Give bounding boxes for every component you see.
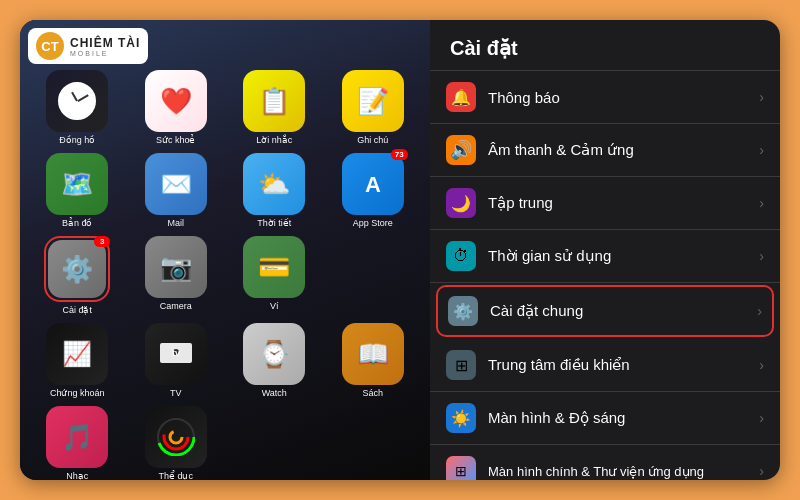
maninh-label: Màn hình & Độ sáng (488, 409, 759, 427)
app-camera-label: Camera (160, 301, 192, 311)
app-theduc[interactable]: Thể dục (129, 406, 224, 480)
clock-minute-hand (77, 94, 88, 101)
settings-list: 🔔 Thông báo › 🔊 Âm thanh & Cảm ứng › 🌙 T… (430, 71, 780, 480)
app-camera[interactable]: 📷 Camera (129, 236, 224, 315)
trungtam-chevron: › (759, 357, 764, 373)
logo-name: CHIÊM TÀI (70, 36, 140, 50)
ghichu-icon: 📝 (357, 86, 389, 117)
logo-text: CHIÊM TÀI MOBILE (70, 36, 140, 57)
app-tv[interactable]: tv TV (129, 323, 224, 398)
app-thoitiet-label: Thời tiết (257, 218, 291, 228)
taptrung-label: Tập trung (488, 194, 759, 212)
sach-icon: 📖 (357, 339, 389, 370)
caidatchung-icon: ⚙️ (448, 296, 478, 326)
appstore-badge: 73 (391, 149, 408, 160)
app-theduc-label: Thể dục (158, 471, 193, 480)
logo-sub: MOBILE (70, 50, 140, 57)
thoigian-chevron: › (759, 248, 764, 264)
camera-icon: 📷 (160, 252, 192, 283)
settings-item-maninh[interactable]: ☀️ Màn hình & Độ sáng › (430, 392, 780, 445)
app-mail-label: Mail (167, 218, 184, 228)
settings-item-manhinh2[interactable]: ⊞ Màn hình chính & Thư viện ứng dụng › (430, 445, 780, 480)
manhinh2-chevron: › (759, 463, 764, 479)
activity-icon (157, 418, 195, 456)
thoigian-icon: ⏱ (446, 241, 476, 271)
watch-icon: ⌚ (258, 339, 290, 370)
thongbao-icon: 🔔 (446, 82, 476, 112)
app-caidat[interactable]: ⚙️ 3 Cài đặt (30, 236, 125, 315)
app-watch[interactable]: ⌚ Watch (227, 323, 322, 398)
app-loinhan[interactable]: 📋 Lời nhắc (227, 70, 322, 145)
app-watch-label: Watch (262, 388, 287, 398)
clock-face (58, 82, 96, 120)
settings-panel: Cài đặt 🔔 Thông báo › 🔊 Âm thanh & Cảm ứ… (430, 20, 780, 480)
appletv-icon: tv (158, 341, 194, 367)
app-caidat-label: Cài đặt (62, 305, 92, 315)
settings-item-amthanh[interactable]: 🔊 Âm thanh & Cảm ứng › (430, 124, 780, 177)
app-nhac[interactable]: 🎵 Nhạc (30, 406, 125, 480)
app-bando-label: Bản đồ (62, 218, 93, 228)
app-vi-label: Ví (270, 301, 279, 311)
settings-item-taptrung[interactable]: 🌙 Tập trung › (430, 177, 780, 230)
app-loinhan-label: Lời nhắc (256, 135, 292, 145)
loinhan-icon: 📋 (258, 86, 290, 117)
amthanh-icon: 🔊 (446, 135, 476, 165)
logo-icon: CT (36, 32, 64, 60)
app-appstore[interactable]: A 73 App Store (326, 153, 421, 228)
app-suckoe-label: Sức khoẻ (156, 135, 196, 145)
chungkhoan-icon: 📈 (62, 340, 92, 368)
app-chungkhoan[interactable]: 📈 Chứng khoán (30, 323, 125, 398)
svg-text:tv: tv (172, 348, 180, 358)
app-chungkhoan-label: Chứng khoán (50, 388, 105, 398)
thongbao-label: Thông báo (488, 89, 759, 106)
manhinh2-label: Màn hình chính & Thư viện ứng dụng (488, 464, 759, 479)
thongbao-chevron: › (759, 89, 764, 105)
settings-item-trungtam[interactable]: ⊞ Trung tâm điều khiển › (430, 339, 780, 392)
app-grid: Đồng hồ ❤️ Sức khoẻ 📋 Lời nhắc 📝 Ghi chú (30, 70, 420, 480)
app-ghichu-label: Ghi chú (357, 135, 388, 145)
vi-icon: 💳 (258, 252, 290, 283)
app-appstore-label: App Store (353, 218, 393, 228)
bando-icon: 🗺️ (61, 169, 93, 200)
settings-item-thoigian[interactable]: ⏱ Thời gian sử dụng › (430, 230, 780, 283)
main-container: CT CHIÊM TÀI MOBILE Đồng hồ ❤️ (20, 20, 780, 480)
app-sach[interactable]: 📖 Sách (326, 323, 421, 398)
amthanh-label: Âm thanh & Cảm ứng (488, 141, 759, 159)
settings-item-caidatchung[interactable]: ⚙️ Cài đặt chung › (436, 285, 774, 337)
caidat-icon: ⚙️ (61, 254, 93, 285)
taptrung-icon: 🌙 (446, 188, 476, 218)
app-bando[interactable]: 🗺️ Bản đồ (30, 153, 125, 228)
thoitiet-icon: ⛅ (258, 169, 290, 200)
app-mail[interactable]: ✉️ Mail (129, 153, 224, 228)
iphone-screen: CT CHIÊM TÀI MOBILE Đồng hồ ❤️ (20, 20, 430, 480)
caidatchung-label: Cài đặt chung (490, 302, 757, 320)
amthanh-chevron: › (759, 142, 764, 158)
app-ghichu[interactable]: 📝 Ghi chú (326, 70, 421, 145)
mail-icon: ✉️ (160, 169, 192, 200)
app-dongho[interactable]: Đồng hồ (30, 70, 125, 145)
app-suckoe[interactable]: ❤️ Sức khoẻ (129, 70, 224, 145)
settings-item-thongbao[interactable]: 🔔 Thông báo › (430, 71, 780, 124)
app-vi[interactable]: 💳 Ví (227, 236, 322, 315)
app-dongho-label: Đồng hồ (59, 135, 95, 145)
trungtam-icon: ⊞ (446, 350, 476, 380)
app-thoitiet[interactable]: ⛅ Thời tiết (227, 153, 322, 228)
maninh-icon: ☀️ (446, 403, 476, 433)
suckoe-icon: ❤️ (160, 86, 192, 117)
app-sach-label: Sách (362, 388, 383, 398)
app-nhac-label: Nhạc (66, 471, 88, 480)
caidatchung-chevron: › (757, 303, 762, 319)
manhinh2-icon: ⊞ (446, 456, 476, 480)
maninh-chevron: › (759, 410, 764, 426)
nhac-icon: 🎵 (61, 422, 93, 453)
trungtam-label: Trung tâm điều khiển (488, 356, 759, 374)
caidat-badge: 3 (94, 236, 110, 247)
svg-text:A: A (365, 172, 381, 197)
app-tv-label: TV (170, 388, 182, 398)
taptrung-chevron: › (759, 195, 764, 211)
settings-title: Cài đặt (430, 20, 780, 71)
svg-point-6 (164, 425, 188, 449)
appstore-icon: A (356, 167, 390, 201)
thoigian-label: Thời gian sử dụng (488, 247, 759, 265)
chiemtai-logo: CT CHIÊM TÀI MOBILE (28, 28, 148, 64)
